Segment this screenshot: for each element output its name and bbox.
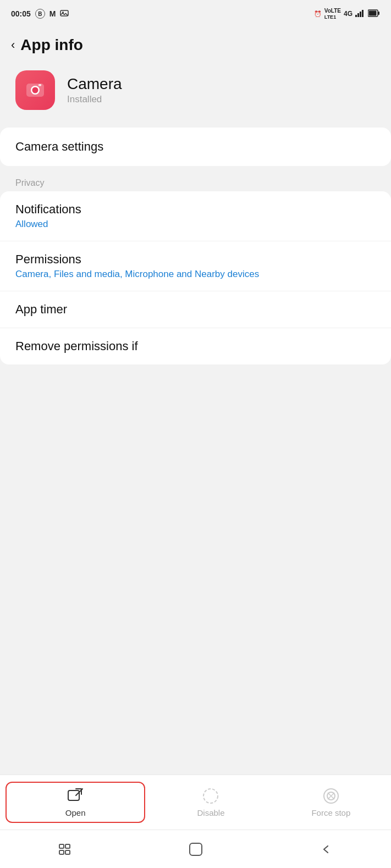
app-info-section: Camera Installed (0, 59, 391, 123)
svg-rect-3 (357, 13, 359, 17)
back-button[interactable]: ‹ (11, 38, 15, 52)
force-stop-icon (322, 787, 340, 805)
recent-apps-button[interactable] (0, 830, 130, 868)
permissions-item[interactable]: Permissions Camera, Files and media, Mic… (0, 241, 391, 291)
alarm-icon: ⏰ (314, 10, 322, 18)
remove-permissions-item[interactable]: Remove permissions if (0, 328, 391, 364)
disable-button[interactable]: Disable (151, 783, 271, 822)
svg-rect-4 (360, 12, 361, 17)
navigation-bar (0, 830, 391, 868)
camera-settings-card[interactable]: Camera settings (0, 128, 391, 166)
camera-settings-item[interactable]: Camera settings (0, 128, 391, 166)
page-title: App info (20, 36, 83, 54)
svg-rect-20 (65, 850, 70, 854)
app-name: Camera (67, 75, 122, 93)
notifications-item[interactable]: Notifications Allowed (0, 191, 391, 241)
app-timer-item[interactable]: App timer (0, 291, 391, 328)
status-icon-gallery (60, 9, 69, 19)
status-icon-gmail: M (49, 9, 56, 18)
svg-point-14 (203, 789, 218, 803)
volte-icon: VoLTELTE1 (324, 8, 341, 20)
svg-rect-7 (378, 12, 380, 15)
svg-rect-17 (59, 844, 64, 848)
svg-rect-18 (65, 844, 70, 848)
open-button[interactable]: Open (5, 782, 145, 823)
svg-rect-5 (362, 10, 364, 17)
disable-label: Disable (197, 808, 224, 817)
open-icon (67, 787, 84, 805)
battery-icon (368, 9, 380, 18)
svg-rect-2 (355, 15, 357, 17)
app-timer-title: App timer (15, 302, 376, 317)
privacy-list-card: Notifications Allowed Permissions Camera… (0, 191, 391, 364)
back-nav-button[interactable] (261, 830, 391, 868)
status-bar: 00:05 B M ⏰ VoLTELTE1 4G (0, 0, 391, 27)
status-left: 00:05 B M (11, 9, 69, 19)
svg-rect-8 (369, 11, 377, 16)
force-stop-button[interactable]: Force stop (271, 783, 391, 822)
privacy-section-label: Privacy (0, 170, 391, 191)
app-status: Installed (67, 94, 122, 105)
disable-icon (202, 787, 219, 805)
permissions-subtitle: Camera, Files and media, Microphone and … (15, 269, 376, 280)
svg-rect-21 (190, 843, 202, 855)
svg-point-11 (32, 87, 38, 93)
status-time: 00:05 (11, 9, 31, 18)
force-stop-label: Force stop (311, 808, 350, 817)
app-icon (15, 70, 55, 110)
app-info-text: Camera Installed (67, 75, 122, 105)
notifications-title: Notifications (15, 202, 376, 217)
notifications-subtitle: Allowed (15, 219, 376, 230)
svg-rect-13 (68, 790, 79, 800)
permissions-title: Permissions (15, 252, 376, 267)
4g-icon: 4G (344, 10, 353, 18)
open-label: Open (65, 808, 86, 817)
status-icon-b: B (35, 9, 45, 19)
status-right: ⏰ VoLTELTE1 4G (314, 8, 380, 20)
svg-rect-12 (38, 84, 41, 86)
header: ‹ App info (0, 27, 391, 59)
main-content: ‹ App info Camera Installed Camera setti… (0, 27, 391, 479)
signal-icon (355, 9, 365, 18)
home-button[interactable] (130, 830, 261, 868)
camera-settings-label: Camera settings (15, 140, 103, 153)
svg-rect-19 (59, 850, 64, 854)
remove-permissions-title: Remove permissions if (15, 339, 376, 353)
bottom-action-bar: Open Disable Force stop (0, 775, 391, 830)
